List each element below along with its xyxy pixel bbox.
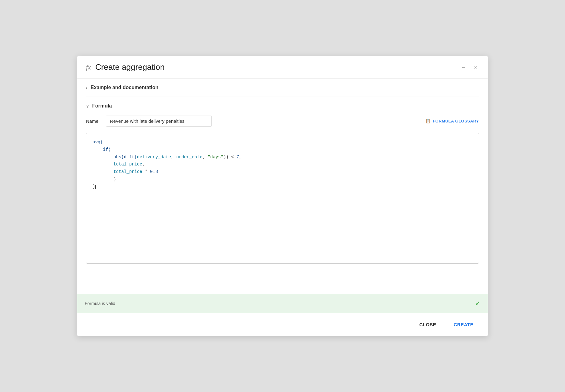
formula-section: ∨ Formula Name 📋 FORMULA GLOSSARY avg( i… <box>86 97 479 270</box>
formula-toggle-icon: ∨ <box>86 103 89 108</box>
formula-glossary-button[interactable]: 📋 FORMULA GLOSSARY <box>425 119 479 123</box>
valid-check-icon: ✓ <box>475 300 480 307</box>
dialog-header: fx Create aggregation − × <box>77 56 488 79</box>
formula-section-title: Formula <box>92 103 112 109</box>
code-line-1: avg( <box>93 139 472 146</box>
docs-section-header[interactable]: › Example and documentation <box>86 85 479 90</box>
code-line-7: ) <box>93 183 472 191</box>
code-editor[interactable]: avg( if( abs(diff(delivery_date, order_d… <box>86 133 479 264</box>
formula-section-header[interactable]: ∨ Formula <box>86 103 479 109</box>
validity-bar: Formula is valid ✓ <box>77 294 488 313</box>
docs-toggle-icon: › <box>86 85 88 90</box>
name-label: Name <box>86 118 102 124</box>
fx-icon: fx <box>86 63 91 71</box>
code-line-6: ) <box>93 176 472 183</box>
code-line-5: total_price * 0.8 <box>93 168 472 176</box>
code-line-4: total_price, <box>93 161 472 168</box>
close-dialog-button[interactable]: × <box>472 63 479 71</box>
close-button[interactable]: CLOSE <box>414 319 442 330</box>
dialog-footer: CLOSE CREATE <box>77 313 488 336</box>
validity-text: Formula is valid <box>85 301 115 306</box>
dialog-body: › Example and documentation ∨ Formula Na… <box>77 79 488 294</box>
name-row: Name 📋 FORMULA GLOSSARY <box>86 116 479 127</box>
create-button[interactable]: CREATE <box>448 319 479 330</box>
name-input[interactable] <box>106 116 212 127</box>
code-line-3: abs(diff(delivery_date, order_date, "day… <box>93 154 472 161</box>
code-line-2: if( <box>93 146 472 154</box>
minimize-button[interactable]: − <box>460 63 467 71</box>
book-icon: 📋 <box>425 119 431 123</box>
dialog-title: Create aggregation <box>95 62 460 72</box>
docs-section-title: Example and documentation <box>91 85 159 90</box>
formula-glossary-label: FORMULA GLOSSARY <box>433 119 479 123</box>
docs-section: › Example and documentation <box>86 79 479 97</box>
header-controls: − × <box>460 63 479 71</box>
create-aggregation-dialog: fx Create aggregation − × › Example and … <box>77 56 488 336</box>
